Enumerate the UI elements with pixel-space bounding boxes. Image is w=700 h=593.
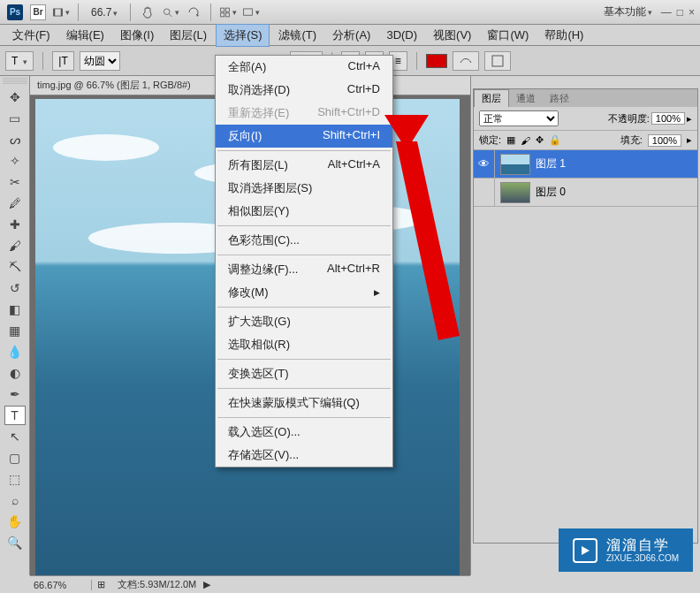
tab-paths[interactable]: 路径 bbox=[543, 90, 576, 107]
rotate-icon bbox=[186, 5, 201, 19]
close-button[interactable]: × bbox=[689, 6, 695, 19]
crop-tool[interactable]: ✂ bbox=[4, 172, 26, 192]
blend-mode-select[interactable]: 正常 bbox=[479, 110, 559, 126]
text-color-swatch[interactable] bbox=[426, 54, 447, 68]
zoom-level[interactable]: 66.7 bbox=[86, 6, 123, 19]
screen-mode-icon[interactable] bbox=[241, 4, 261, 21]
workspace-selector[interactable]: 基本功能 bbox=[598, 4, 658, 19]
menu-layer[interactable]: 图层(L) bbox=[163, 25, 214, 46]
zoom-tool[interactable]: 🔍 bbox=[4, 533, 26, 552]
text-orientation[interactable]: |T bbox=[52, 51, 73, 71]
menu-item[interactable]: 色彩范围(C)... bbox=[216, 229, 392, 252]
hand-tool[interactable]: ✋ bbox=[4, 512, 26, 531]
menu-window[interactable]: 窗口(W) bbox=[480, 25, 536, 46]
menu-edit[interactable]: 编辑(E) bbox=[59, 25, 111, 46]
3d-camera-tool[interactable]: ⌕ bbox=[4, 490, 26, 510]
panel-icon bbox=[491, 54, 505, 68]
menu-item[interactable]: 扩大选取(G) bbox=[216, 310, 392, 333]
menu-item[interactable]: 调整边缘(F)...Alt+Ctrl+R bbox=[216, 258, 392, 281]
move-tool[interactable]: ✥ bbox=[4, 87, 26, 107]
type-tool[interactable]: T bbox=[4, 406, 26, 425]
menu-item[interactable]: 存储选区(V)... bbox=[216, 444, 392, 467]
menu-view[interactable]: 视图(V) bbox=[426, 25, 478, 46]
expand-icon[interactable]: ⊞ bbox=[92, 579, 110, 590]
layer-list: 👁 图层 1 图层 0 bbox=[474, 150, 697, 543]
menu-select[interactable]: 选择(S) bbox=[216, 24, 270, 47]
fill-label: 填充: bbox=[620, 133, 643, 147]
warp-text[interactable] bbox=[453, 51, 479, 71]
fill-value[interactable]: 100% bbox=[648, 134, 681, 147]
menu-help[interactable]: 帮助(H) bbox=[537, 25, 590, 46]
3d-tool[interactable]: ⬚ bbox=[4, 469, 26, 489]
brush-tool[interactable]: 🖌 bbox=[4, 236, 26, 255]
visibility-toggle[interactable]: 👁 bbox=[474, 150, 495, 178]
rotate-view-icon[interactable] bbox=[184, 4, 203, 21]
menu-item[interactable]: 全部(A)Ctrl+A bbox=[216, 56, 392, 79]
menu-analysis[interactable]: 分析(A) bbox=[325, 25, 377, 46]
menu-item[interactable]: 修改(M) bbox=[216, 281, 392, 304]
menu-item: 重新选择(E)Shift+Ctrl+D bbox=[216, 102, 392, 125]
tab-channels[interactable]: 通道 bbox=[509, 90, 543, 107]
maximize-button[interactable]: □ bbox=[677, 6, 683, 19]
menu-item[interactable]: 取消选择图层(S) bbox=[216, 177, 392, 200]
status-bar: 66.67% ⊞ 文档:5.93M/12.0M ▶ bbox=[30, 575, 470, 593]
lock-all-icon[interactable]: 🔒 bbox=[549, 134, 561, 146]
opacity-value[interactable]: 100% bbox=[651, 112, 685, 125]
tab-layers[interactable]: 图层 bbox=[474, 89, 509, 107]
bridge-logo[interactable]: Br bbox=[28, 4, 48, 21]
menu-item[interactable]: 载入选区(O)... bbox=[216, 421, 392, 444]
menu-file[interactable]: 文件(F) bbox=[5, 25, 57, 46]
mini-bridge-dropdown[interactable] bbox=[51, 4, 71, 21]
shape-tool[interactable]: ▢ bbox=[4, 448, 26, 468]
lock-move-icon[interactable]: ✥ bbox=[536, 134, 544, 146]
arrange-docs-icon[interactable] bbox=[218, 4, 238, 21]
svg-rect-5 bbox=[221, 8, 224, 11]
history-brush-tool[interactable]: ↺ bbox=[4, 278, 26, 298]
gradient-tool[interactable]: ▦ bbox=[4, 321, 26, 340]
font-family-select[interactable]: 幼圆 bbox=[80, 51, 120, 71]
svg-rect-10 bbox=[492, 56, 503, 66]
menu-item[interactable]: 取消选择(D)Ctrl+D bbox=[216, 79, 392, 102]
lock-brush-icon[interactable]: 🖌 bbox=[521, 135, 530, 146]
menu-3d[interactable]: 3D(D) bbox=[379, 26, 424, 44]
menu-item[interactable]: 相似图层(Y) bbox=[216, 200, 392, 223]
layer-row[interactable]: 图层 0 bbox=[474, 179, 697, 207]
eraser-tool[interactable]: ◧ bbox=[4, 300, 26, 319]
tool-palette: ✥ ▭ ᔕ ✧ ✂ 🖉 ✚ 🖌 ⛏ ↺ ◧ ▦ 💧 ◐ ✒ T ↖ ▢ ⬚ ⌕ … bbox=[0, 76, 30, 575]
menu-item[interactable]: 变换选区(T) bbox=[216, 362, 392, 385]
hand-tool-icon[interactable] bbox=[138, 4, 157, 21]
wand-tool[interactable]: ✧ bbox=[4, 151, 26, 171]
layer-name: 图层 0 bbox=[536, 185, 566, 200]
minimize-button[interactable]: — bbox=[661, 6, 672, 19]
heal-tool[interactable]: ✚ bbox=[4, 215, 26, 234]
menu-item[interactable]: 选取相似(R) bbox=[216, 333, 392, 356]
main-menubar: 文件(F) 编辑(E) 图像(I) 图层(L) 选择(S) 滤镜(T) 分析(A… bbox=[0, 25, 700, 46]
screen-icon bbox=[242, 5, 254, 19]
menu-item[interactable]: 所有图层(L)Alt+Ctrl+A bbox=[216, 154, 392, 177]
lock-transparency[interactable]: ▦ bbox=[506, 134, 515, 146]
tool-preset[interactable]: T bbox=[5, 51, 34, 71]
char-panel[interactable] bbox=[484, 51, 511, 71]
menu-filter[interactable]: 滤镜(T) bbox=[271, 25, 323, 46]
menu-item[interactable]: 在快速蒙版模式下编辑(Q) bbox=[216, 392, 392, 414]
lasso-tool[interactable]: ᔕ bbox=[4, 130, 26, 149]
svg-line-4 bbox=[169, 13, 171, 16]
layer-row[interactable]: 👁 图层 1 bbox=[474, 150, 697, 179]
marquee-tool[interactable]: ▭ bbox=[4, 109, 26, 128]
status-zoom[interactable]: 66.67% bbox=[30, 580, 92, 590]
blur-tool[interactable]: 💧 bbox=[4, 342, 26, 361]
visibility-toggle[interactable] bbox=[474, 179, 495, 206]
ps-logo[interactable]: Ps bbox=[5, 4, 25, 21]
path-tool[interactable]: ↖ bbox=[4, 427, 26, 446]
menu-item[interactable]: 反向(I)Shift+Ctrl+I bbox=[216, 125, 392, 148]
app-topbar: Ps Br 66.7 基本功能 — □ × bbox=[0, 0, 700, 25]
lock-label: 锁定: bbox=[479, 133, 501, 147]
dodge-tool[interactable]: ◐ bbox=[4, 363, 26, 383]
zoom-tool-icon[interactable] bbox=[161, 4, 180, 21]
status-arrow-icon[interactable]: ▶ bbox=[203, 579, 210, 590]
eyedropper-tool[interactable]: 🖉 bbox=[4, 194, 26, 213]
pen-tool[interactable]: ✒ bbox=[4, 384, 26, 404]
palette-grip[interactable] bbox=[3, 78, 27, 85]
stamp-tool[interactable]: ⛏ bbox=[4, 257, 26, 277]
menu-image[interactable]: 图像(I) bbox=[113, 25, 161, 46]
